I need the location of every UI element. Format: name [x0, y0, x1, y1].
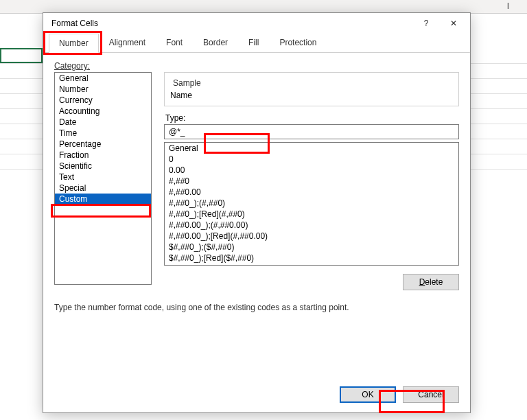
dialog-title: Format Cells — [51, 19, 412, 28]
help-button[interactable]: ? — [412, 14, 440, 33]
tab-fill[interactable]: Fill — [238, 33, 269, 52]
type-list-item[interactable]: #,##0.00_);(#,##0.00) — [165, 220, 458, 231]
category-item[interactable]: Custom — [55, 194, 151, 205]
category-item[interactable]: Scientific — [55, 161, 151, 172]
type-list-item[interactable]: $#,##0.00_);($#,##0.00) — [165, 264, 458, 266]
format-cells-dialog: Format Cells ? ✕ Number Alignment Font B… — [43, 12, 471, 413]
tab-protection[interactable]: Protection — [269, 33, 327, 52]
ok-button[interactable]: OK — [340, 386, 396, 403]
category-item[interactable]: Percentage — [55, 139, 151, 150]
tab-border[interactable]: Border — [193, 33, 238, 52]
type-list-item[interactable]: $#,##0_);($#,##0) — [165, 242, 458, 253]
type-list-item[interactable]: #,##0 — [165, 176, 458, 187]
type-label: Type: — [165, 113, 459, 123]
type-list-item[interactable]: #,##0_);(#,##0) — [165, 198, 458, 209]
titlebar: Format Cells ? ✕ — [43, 13, 470, 34]
category-item[interactable]: Currency — [55, 95, 151, 106]
tab-strip: Number Alignment Font Border Fill Protec… — [43, 34, 470, 53]
category-item[interactable]: Accounting — [55, 106, 151, 117]
type-list-item[interactable]: General — [165, 143, 458, 154]
tab-font[interactable]: Font — [156, 33, 193, 52]
sample-label: Sample — [173, 78, 453, 88]
type-list[interactable]: General00.00#,##0#,##0.00#,##0_);(#,##0)… — [164, 142, 459, 266]
hint-text: Type the number format code, using one o… — [54, 303, 459, 312]
column-header-I: I — [507, 1, 509, 11]
tab-alignment[interactable]: Alignment — [99, 33, 156, 52]
category-item[interactable]: Special — [55, 183, 151, 194]
type-list-item[interactable]: 0.00 — [165, 165, 458, 176]
delete-button[interactable]: Delete — [403, 274, 459, 290]
tab-number[interactable]: Number — [49, 34, 99, 53]
dialog-footer: OK Cancel — [340, 386, 459, 403]
cancel-button[interactable]: Cancel — [403, 386, 459, 403]
close-button[interactable]: ✕ — [440, 14, 467, 33]
selected-cell — [0, 48, 43, 63]
category-item[interactable]: Number — [55, 84, 151, 95]
type-list-item[interactable]: #,##0.00_);[Red](#,##0.00) — [165, 231, 458, 242]
type-list-item[interactable]: $#,##0_);[Red]($#,##0) — [165, 253, 458, 264]
type-input[interactable] — [164, 124, 459, 139]
type-list-item[interactable]: 0 — [165, 154, 458, 165]
type-list-item[interactable]: #,##0_);[Red](#,##0) — [165, 209, 458, 220]
category-item[interactable]: Date — [55, 117, 151, 128]
sample-box: Sample Name — [164, 72, 459, 106]
category-item[interactable]: Time — [55, 128, 151, 139]
category-item[interactable]: General — [55, 73, 151, 84]
help-icon: ? — [424, 19, 429, 28]
category-list[interactable]: GeneralNumberCurrencyAccountingDateTimeP… — [54, 72, 152, 285]
type-list-item[interactable]: #,##0.00 — [165, 187, 458, 198]
category-item[interactable]: Fraction — [55, 150, 151, 161]
category-item[interactable]: Text — [55, 172, 151, 183]
category-label: Category: — [54, 61, 459, 71]
close-icon: ✕ — [450, 19, 457, 28]
sample-value: Name — [170, 89, 453, 102]
